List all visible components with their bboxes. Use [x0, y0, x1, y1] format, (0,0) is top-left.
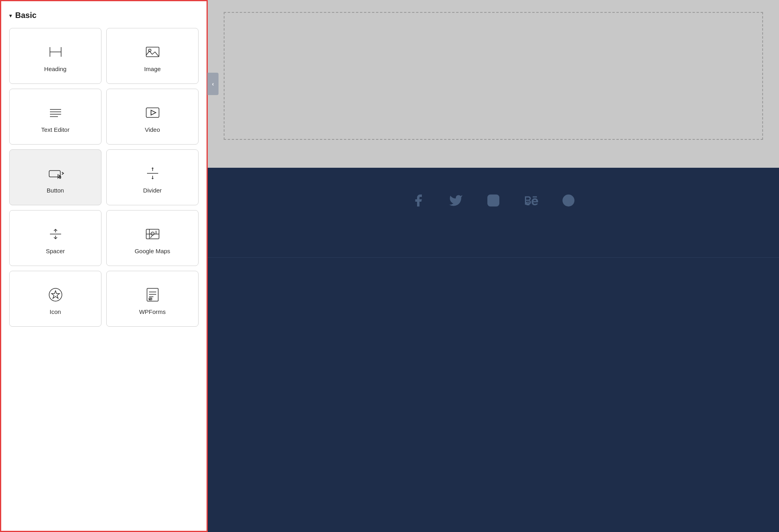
svg-rect-3: [146, 47, 159, 57]
svg-text:g: g: [155, 230, 157, 234]
widget-video[interactable]: Video: [106, 89, 199, 145]
divider-icon: [143, 164, 162, 183]
wpforms-icon: [143, 285, 162, 304]
svg-rect-26: [147, 288, 158, 301]
text-editor-label: Text Editor: [41, 126, 70, 133]
dark-footer: [208, 168, 779, 532]
section-title: Basic: [15, 11, 36, 20]
widget-spacer[interactable]: Spacer: [9, 210, 101, 266]
collapse-tab[interactable]: ‹: [207, 73, 219, 95]
collapse-arrow: ‹: [212, 81, 214, 87]
divider-label: Divider: [143, 187, 162, 194]
widget-wpforms[interactable]: WPForms: [106, 271, 199, 327]
google-maps-label: Google Maps: [135, 248, 170, 254]
heading-label: Heading: [44, 66, 67, 72]
widget-heading[interactable]: Heading: [9, 28, 101, 84]
footer-divider: [208, 257, 779, 258]
behance-icon[interactable]: [522, 192, 540, 209]
image-label: Image: [144, 66, 161, 72]
widget-panel: ▾ Basic Heading Imag: [0, 0, 208, 532]
instagram-icon[interactable]: [485, 192, 502, 209]
icon-widget-icon: [46, 285, 65, 304]
dribbble-icon[interactable]: [560, 192, 577, 209]
svg-rect-9: [146, 108, 159, 117]
text-editor-icon: [46, 103, 65, 122]
wpforms-label: WPForms: [139, 308, 166, 315]
icon-widget-label: Icon: [50, 308, 61, 315]
widget-button[interactable]: Button: [9, 149, 101, 205]
google-maps-icon: g: [143, 224, 162, 244]
widget-image[interactable]: Image: [106, 28, 199, 84]
video-icon: [143, 103, 162, 122]
button-icon: [46, 164, 65, 183]
svg-point-20: [151, 232, 154, 235]
widget-grid: Heading Image T: [9, 28, 199, 327]
svg-marker-25: [52, 291, 60, 298]
widget-google-maps[interactable]: g Google Maps: [106, 210, 199, 266]
canvas-dashed-box: [224, 12, 763, 140]
svg-marker-10: [151, 110, 156, 115]
svg-point-33: [562, 195, 574, 206]
twitter-icon[interactable]: [447, 192, 465, 209]
social-icons-row: [409, 192, 577, 209]
heading-icon: [46, 42, 65, 62]
spacer-label: Spacer: [46, 248, 65, 254]
section-header: ▾ Basic: [9, 11, 199, 20]
button-label: Button: [47, 187, 64, 194]
image-icon: [143, 42, 162, 62]
spacer-icon: [46, 224, 65, 244]
right-panel: ‹: [208, 0, 779, 532]
video-label: Video: [145, 126, 160, 133]
facebook-icon[interactable]: [409, 192, 427, 209]
widget-icon[interactable]: Icon: [9, 271, 101, 327]
widget-text-editor[interactable]: Text Editor: [9, 89, 101, 145]
section-arrow: ▾: [9, 12, 12, 19]
canvas-area: ‹: [208, 0, 779, 168]
svg-rect-11: [49, 171, 60, 177]
widget-divider[interactable]: Divider: [106, 149, 199, 205]
